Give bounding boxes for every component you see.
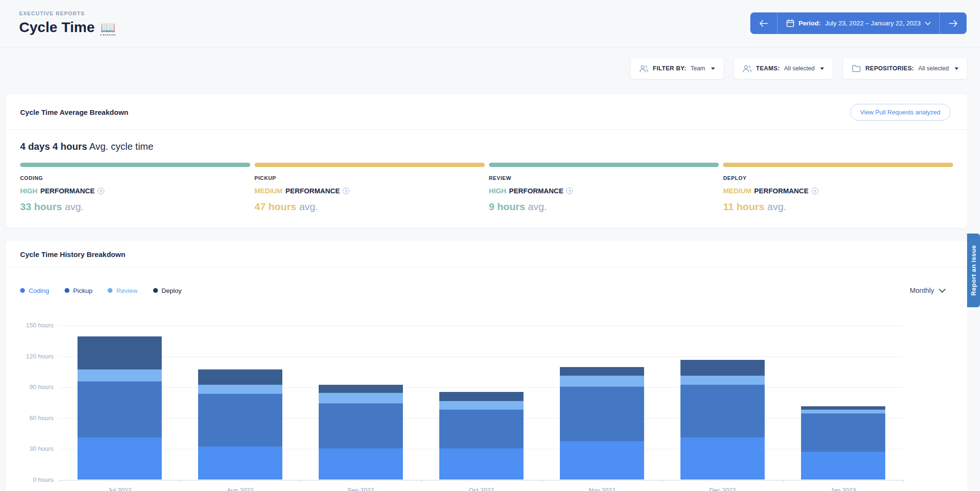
stage-segment-coding: CODINGHIGHPERFORMANCE?33 hours avg. [20,163,250,212]
filter-button-teams[interactable]: TEAMS:All selected [734,57,834,79]
performance-level-word: HIGH [489,187,506,195]
bar-segment-review[interactable] [439,401,523,409]
folder-icon [852,65,861,72]
y-axis-tick-label: 120 hours [1,353,54,360]
help-icon[interactable]: ? [566,188,573,194]
legend-item-deploy[interactable]: Deploy [153,287,182,294]
stage-name: PICKUP [255,175,485,181]
legend-item-review[interactable]: Review [108,287,137,294]
avg-cycle-time-summary: 4 days 4 hours Avg. cycle time [20,141,953,152]
bar-segment-deploy[interactable] [319,385,403,393]
x-axis-tick [783,480,783,482]
stacked-bar-jul-2022[interactable] [78,336,162,480]
stage-average-value: 47 hours avg. [255,201,485,212]
help-icon[interactable]: ? [343,188,349,194]
bar-segment-review[interactable] [801,410,885,414]
caret-down-icon [820,67,824,70]
y-axis-tick-label: 0 hours [1,476,54,483]
x-axis-label: Dec 2022 [662,487,783,491]
gridline [59,387,903,388]
history-card-header: Cycle Time History Breakdown [6,241,968,268]
bar-segment-deploy[interactable] [78,336,162,369]
legend-dot-icon [65,288,69,293]
bar-segment-coding[interactable] [319,448,403,480]
x-axis-tick [421,480,422,482]
period-next-button[interactable] [940,12,967,34]
y-axis-tick-label: 30 hours [1,445,54,452]
bar-segment-coding[interactable] [680,437,765,480]
stacked-bar-sep-2022[interactable] [319,385,403,480]
report-an-issue-button[interactable]: Report an issue [967,234,980,307]
stage-average-value: 11 hours avg. [723,201,953,212]
stacked-bar-oct-2022[interactable] [439,392,523,480]
bar-segment-deploy[interactable] [560,367,644,375]
performance-word: PERFORMANCE [40,187,95,195]
help-icon[interactable]: ? [98,188,104,194]
avg-cycle-time-caption: Avg. cycle time [89,141,154,152]
avg-card-header: Cycle Time Average Breakdown View Pull R… [6,94,968,130]
stage-segment-review: REVIEWHIGHPERFORMANCE?9 hours avg. [489,163,719,212]
bar-segment-review[interactable] [319,393,403,403]
bar-segment-coding[interactable] [560,441,644,480]
caret-down-icon [711,67,715,70]
stacked-bar-aug-2022[interactable] [198,369,282,480]
stage-performance-level: HIGHPERFORMANCE? [489,187,719,195]
help-icon[interactable]: ? [812,188,818,194]
stacked-bar-dec-2022[interactable] [680,360,765,480]
page-header: EXECUTIVE REPORTS Cycle Time 📖 Period: J… [0,0,980,48]
history-card: Cycle Time History Breakdown CodingPicku… [6,241,968,491]
stage-performance-level: HIGHPERFORMANCE? [20,187,250,195]
view-pull-requests-button[interactable]: View Pull Requests analyzed [850,104,950,121]
bar-segment-pickup[interactable] [198,394,282,446]
stage-avg-suffix: avg. [528,201,547,212]
stacked-bar-nov-2022[interactable] [560,367,644,480]
x-axis-label: Nov 2022 [542,487,662,491]
bar-segment-review[interactable] [78,369,162,382]
filter-button-filter-by[interactable]: FILTER BY:Team [630,57,724,79]
stage-segment-pickup: PICKUPMEDIUMPERFORMANCE?47 hours avg. [255,163,485,212]
bar-segment-review[interactable] [560,376,644,387]
avg-cycle-time-value: 4 days 4 hours [20,141,87,152]
bar-segment-pickup[interactable] [680,385,765,437]
bar-segment-review[interactable] [680,376,765,385]
performance-word: PERFORMANCE [286,187,340,195]
bar-segment-coding[interactable] [198,446,282,480]
bar-segment-pickup[interactable] [319,403,403,449]
filter-value: Team [690,65,705,72]
stage-average-value: 9 hours avg. [489,201,719,212]
filter-value: All selected [918,65,949,72]
bar-segment-coding[interactable] [801,452,885,480]
chevron-down-icon [925,22,931,25]
book-icon[interactable]: 📖 [100,22,115,35]
bar-segment-review[interactable] [198,385,282,394]
stage-avg-suffix: avg. [299,201,318,212]
stacked-bar-jan-2023[interactable] [801,406,885,480]
stage-avg-suffix: avg. [767,201,786,212]
legend-item-coding[interactable]: Coding [20,287,49,294]
bar-segment-coding[interactable] [78,437,162,480]
people-icon [639,65,648,73]
stage-hours: 47 hours [255,201,299,212]
period-prev-button[interactable] [750,12,777,34]
performance-word: PERFORMANCE [509,187,564,195]
bar-segment-deploy[interactable] [680,360,765,375]
bar-segment-deploy[interactable] [198,369,282,385]
stage-name: REVIEW [489,175,719,181]
period-range-button[interactable]: Period: July 23, 2022 – January 22, 2023 [777,12,940,34]
bar-segment-pickup[interactable] [439,410,523,449]
legend-item-pickup[interactable]: Pickup [65,287,93,294]
bar-segment-deploy[interactable] [439,392,523,401]
legend-dot-icon [108,288,112,293]
bar-segment-pickup[interactable] [78,381,162,437]
bar-segment-pickup[interactable] [801,413,885,452]
avg-breakdown-card: Cycle Time Average Breakdown View Pull R… [6,94,968,228]
y-axis-tick-label: 90 hours [1,383,54,391]
stage-performance-bar [489,163,719,167]
filter-label: TEAMS: [756,65,780,72]
filter-button-repositories[interactable]: REPOSITORIES:All selected [843,57,968,79]
chart-legend: CodingPickupReviewDeploy [20,287,182,294]
granularity-select[interactable]: Monthly [910,287,946,294]
bar-segment-coding[interactable] [439,448,523,480]
x-axis-label: Oct 2022 [421,487,542,491]
bar-segment-pickup[interactable] [560,387,644,441]
